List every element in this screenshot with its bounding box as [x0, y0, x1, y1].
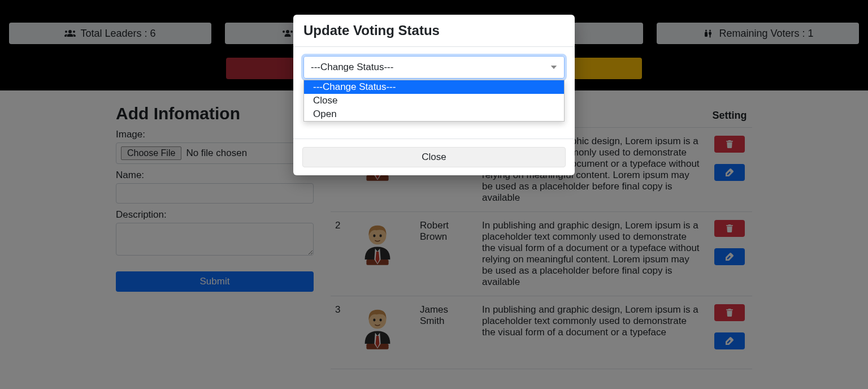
chevron-down-icon	[550, 64, 557, 71]
status-option-placeholder[interactable]: ---Change Status---	[304, 80, 564, 94]
status-option-close[interactable]: Close	[304, 94, 564, 107]
modal-footer: Close	[293, 139, 575, 175]
modal-close-button[interactable]: Close	[302, 147, 566, 167]
status-select[interactable]: ---Change Status---	[303, 56, 565, 79]
status-select-value: ---Change Status---	[311, 62, 393, 73]
modal-title: Update Voting Status	[303, 23, 565, 38]
update-voting-status-modal: Update Voting Status ---Change Status---…	[293, 15, 575, 175]
status-dropdown: ---Change Status--- Close Open	[303, 80, 565, 122]
modal-header: Update Voting Status	[293, 15, 575, 47]
modal-body: ---Change Status--- ---Change Status--- …	[293, 47, 575, 139]
status-option-open[interactable]: Open	[304, 107, 564, 121]
